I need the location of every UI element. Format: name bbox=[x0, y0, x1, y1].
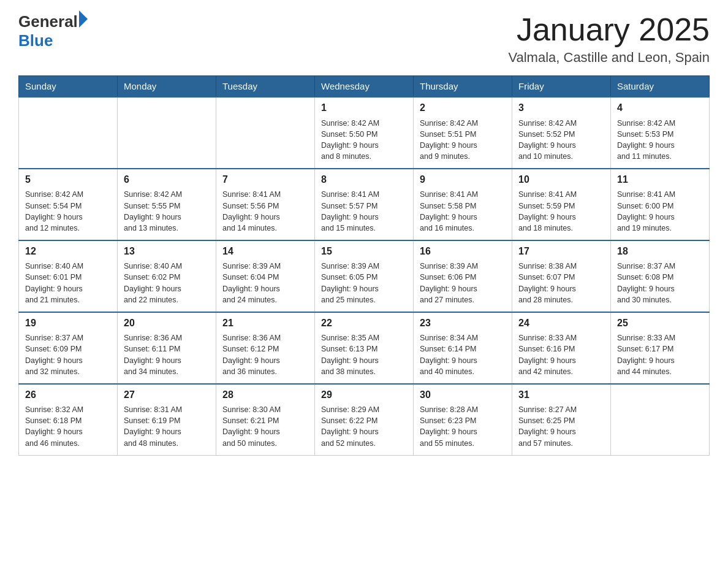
calendar-table: SundayMondayTuesdayWednesdayThursdayFrid… bbox=[18, 75, 710, 455]
day-number: 2 bbox=[420, 101, 506, 115]
day-info: Sunrise: 8:42 AMSunset: 5:53 PMDaylight:… bbox=[617, 118, 703, 163]
calendar-cell: 15Sunrise: 8:39 AMSunset: 6:05 PMDayligh… bbox=[315, 240, 414, 312]
page-header: General Blue January 2025 Valmala, Casti… bbox=[18, 12, 710, 66]
calendar-cell: 27Sunrise: 8:31 AMSunset: 6:19 PMDayligh… bbox=[118, 384, 216, 455]
day-number: 24 bbox=[518, 316, 604, 330]
day-info: Sunrise: 8:39 AMSunset: 6:04 PMDaylight:… bbox=[222, 261, 308, 305]
day-number: 25 bbox=[617, 316, 703, 330]
calendar-cell: 6Sunrise: 8:42 AMSunset: 5:55 PMDaylight… bbox=[118, 169, 216, 240]
calendar-cell bbox=[611, 384, 710, 455]
calendar-cell: 23Sunrise: 8:34 AMSunset: 6:14 PMDayligh… bbox=[414, 312, 512, 384]
day-info: Sunrise: 8:34 AMSunset: 6:14 PMDaylight:… bbox=[420, 332, 506, 377]
day-info: Sunrise: 8:42 AMSunset: 5:51 PMDaylight:… bbox=[420, 118, 506, 163]
calendar-cell: 5Sunrise: 8:42 AMSunset: 5:54 PMDaylight… bbox=[19, 169, 118, 240]
day-info: Sunrise: 8:35 AMSunset: 6:13 PMDaylight:… bbox=[321, 332, 407, 377]
day-info: Sunrise: 8:38 AMSunset: 6:07 PMDaylight:… bbox=[518, 261, 604, 305]
weekday-header-saturday: Saturday bbox=[611, 76, 710, 98]
day-number: 5 bbox=[25, 173, 111, 186]
day-number: 29 bbox=[321, 388, 407, 402]
calendar-cell: 11Sunrise: 8:41 AMSunset: 6:00 PMDayligh… bbox=[611, 169, 710, 240]
calendar-header: SundayMondayTuesdayWednesdayThursdayFrid… bbox=[19, 76, 710, 98]
calendar-cell: 29Sunrise: 8:29 AMSunset: 6:22 PMDayligh… bbox=[315, 384, 414, 455]
calendar-cell: 8Sunrise: 8:41 AMSunset: 5:57 PMDaylight… bbox=[315, 169, 414, 240]
day-info: Sunrise: 8:32 AMSunset: 6:18 PMDaylight:… bbox=[25, 404, 111, 449]
day-number: 28 bbox=[222, 388, 308, 402]
calendar-cell: 28Sunrise: 8:30 AMSunset: 6:21 PMDayligh… bbox=[216, 384, 315, 455]
calendar-cell: 12Sunrise: 8:40 AMSunset: 6:01 PMDayligh… bbox=[19, 240, 118, 312]
day-number: 13 bbox=[124, 245, 210, 258]
day-info: Sunrise: 8:41 AMSunset: 6:00 PMDaylight:… bbox=[617, 189, 703, 234]
logo: General Blue bbox=[18, 12, 88, 50]
day-info: Sunrise: 8:31 AMSunset: 6:19 PMDaylight:… bbox=[124, 404, 210, 449]
logo-general-text: General bbox=[18, 12, 78, 31]
day-info: Sunrise: 8:37 AMSunset: 6:08 PMDaylight:… bbox=[617, 261, 703, 305]
day-number: 26 bbox=[25, 388, 111, 402]
calendar-cell: 9Sunrise: 8:41 AMSunset: 5:58 PMDaylight… bbox=[414, 169, 512, 240]
day-info: Sunrise: 8:41 AMSunset: 5:57 PMDaylight:… bbox=[321, 189, 407, 234]
day-number: 20 bbox=[124, 316, 210, 330]
day-info: Sunrise: 8:40 AMSunset: 6:01 PMDaylight:… bbox=[25, 261, 111, 305]
day-number: 4 bbox=[617, 101, 703, 115]
day-info: Sunrise: 8:40 AMSunset: 6:02 PMDaylight:… bbox=[124, 261, 210, 305]
day-info: Sunrise: 8:30 AMSunset: 6:21 PMDaylight:… bbox=[222, 404, 308, 449]
day-number: 27 bbox=[124, 388, 210, 402]
day-info: Sunrise: 8:41 AMSunset: 5:56 PMDaylight:… bbox=[222, 189, 308, 234]
calendar-cell: 24Sunrise: 8:33 AMSunset: 6:16 PMDayligh… bbox=[512, 312, 611, 384]
calendar-week-row: 19Sunrise: 8:37 AMSunset: 6:09 PMDayligh… bbox=[19, 312, 710, 384]
title-area: January 2025 Valmala, Castille and Leon,… bbox=[508, 12, 710, 66]
day-number: 16 bbox=[420, 245, 506, 258]
calendar-cell: 31Sunrise: 8:27 AMSunset: 6:25 PMDayligh… bbox=[512, 384, 611, 455]
calendar-cell: 4Sunrise: 8:42 AMSunset: 5:53 PMDaylight… bbox=[611, 97, 710, 169]
day-number: 7 bbox=[222, 173, 308, 186]
calendar-cell: 14Sunrise: 8:39 AMSunset: 6:04 PMDayligh… bbox=[216, 240, 315, 312]
day-info: Sunrise: 8:39 AMSunset: 6:06 PMDaylight:… bbox=[420, 261, 506, 305]
day-number: 21 bbox=[222, 316, 308, 330]
day-info: Sunrise: 8:36 AMSunset: 6:12 PMDaylight:… bbox=[222, 332, 308, 377]
day-number: 10 bbox=[518, 173, 604, 186]
day-number: 14 bbox=[222, 245, 308, 258]
calendar-cell: 17Sunrise: 8:38 AMSunset: 6:07 PMDayligh… bbox=[512, 240, 611, 312]
calendar-week-row: 1Sunrise: 8:42 AMSunset: 5:50 PMDaylight… bbox=[19, 97, 710, 169]
calendar-cell: 25Sunrise: 8:33 AMSunset: 6:17 PMDayligh… bbox=[611, 312, 710, 384]
day-info: Sunrise: 8:33 AMSunset: 6:17 PMDaylight:… bbox=[617, 332, 703, 377]
day-info: Sunrise: 8:28 AMSunset: 6:23 PMDaylight:… bbox=[420, 404, 506, 449]
weekday-header-sunday: Sunday bbox=[19, 76, 118, 98]
calendar-week-row: 5Sunrise: 8:42 AMSunset: 5:54 PMDaylight… bbox=[19, 169, 710, 240]
weekday-header-friday: Friday bbox=[512, 76, 611, 98]
calendar-cell bbox=[216, 97, 315, 169]
day-info: Sunrise: 8:42 AMSunset: 5:55 PMDaylight:… bbox=[124, 189, 210, 234]
day-info: Sunrise: 8:29 AMSunset: 6:22 PMDaylight:… bbox=[321, 404, 407, 449]
day-info: Sunrise: 8:39 AMSunset: 6:05 PMDaylight:… bbox=[321, 261, 407, 305]
day-number: 22 bbox=[321, 316, 407, 330]
day-number: 11 bbox=[617, 173, 703, 186]
day-info: Sunrise: 8:42 AMSunset: 5:52 PMDaylight:… bbox=[518, 118, 604, 163]
day-number: 9 bbox=[420, 173, 506, 186]
day-info: Sunrise: 8:42 AMSunset: 5:54 PMDaylight:… bbox=[25, 189, 111, 234]
day-info: Sunrise: 8:37 AMSunset: 6:09 PMDaylight:… bbox=[25, 332, 111, 377]
calendar-cell: 10Sunrise: 8:41 AMSunset: 5:59 PMDayligh… bbox=[512, 169, 611, 240]
calendar-week-row: 26Sunrise: 8:32 AMSunset: 6:18 PMDayligh… bbox=[19, 384, 710, 455]
logo-blue-text: Blue bbox=[18, 31, 88, 50]
calendar-cell: 3Sunrise: 8:42 AMSunset: 5:52 PMDaylight… bbox=[512, 97, 611, 169]
calendar-cell: 7Sunrise: 8:41 AMSunset: 5:56 PMDaylight… bbox=[216, 169, 315, 240]
day-number: 8 bbox=[321, 173, 407, 186]
calendar-cell: 19Sunrise: 8:37 AMSunset: 6:09 PMDayligh… bbox=[19, 312, 118, 384]
calendar-cell: 26Sunrise: 8:32 AMSunset: 6:18 PMDayligh… bbox=[19, 384, 118, 455]
day-info: Sunrise: 8:41 AMSunset: 5:59 PMDaylight:… bbox=[518, 189, 604, 234]
calendar-week-row: 12Sunrise: 8:40 AMSunset: 6:01 PMDayligh… bbox=[19, 240, 710, 312]
weekday-header-tuesday: Tuesday bbox=[216, 76, 315, 98]
weekday-header-wednesday: Wednesday bbox=[315, 76, 414, 98]
day-number: 18 bbox=[617, 245, 703, 258]
day-number: 17 bbox=[518, 245, 604, 258]
day-number: 31 bbox=[518, 388, 604, 402]
weekday-header-row: SundayMondayTuesdayWednesdayThursdayFrid… bbox=[19, 76, 710, 98]
calendar-cell: 13Sunrise: 8:40 AMSunset: 6:02 PMDayligh… bbox=[118, 240, 216, 312]
calendar-cell: 2Sunrise: 8:42 AMSunset: 5:51 PMDaylight… bbox=[414, 97, 512, 169]
day-number: 12 bbox=[25, 245, 111, 258]
calendar-cell bbox=[118, 97, 216, 169]
day-number: 3 bbox=[518, 101, 604, 115]
calendar-cell: 20Sunrise: 8:36 AMSunset: 6:11 PMDayligh… bbox=[118, 312, 216, 384]
weekday-header-monday: Monday bbox=[118, 76, 216, 98]
calendar-body: 1Sunrise: 8:42 AMSunset: 5:50 PMDaylight… bbox=[19, 97, 710, 455]
calendar-cell: 1Sunrise: 8:42 AMSunset: 5:50 PMDaylight… bbox=[315, 97, 414, 169]
